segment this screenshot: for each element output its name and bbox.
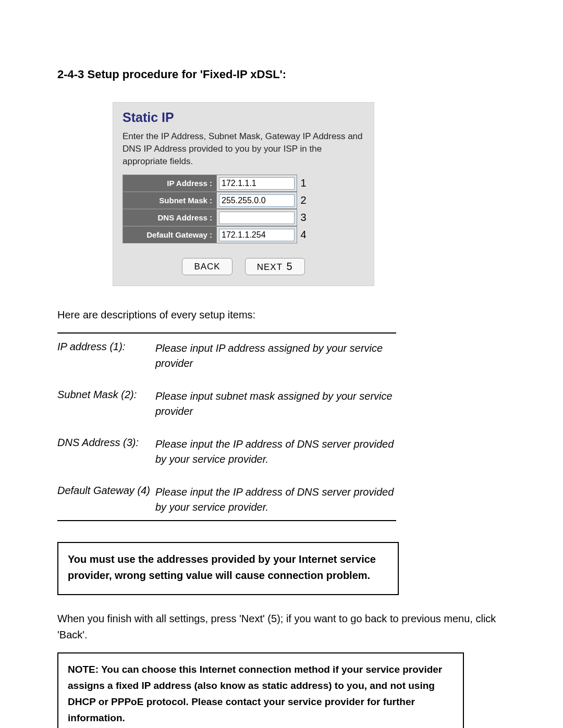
- warning-box: You must use the addresses provided by y…: [57, 542, 399, 595]
- desc-def-gateway: Please input the IP address of DNS serve…: [155, 485, 396, 515]
- description-row: DNS Address (3): Please input the IP add…: [57, 429, 396, 477]
- desc-term-ip: IP address (1):: [57, 341, 155, 371]
- input-ip-address[interactable]: [219, 177, 295, 190]
- callout-4: 4: [297, 226, 310, 243]
- next-button-label: NEXT: [257, 262, 283, 272]
- input-subnet-mask[interactable]: [219, 194, 295, 207]
- desc-def-subnet: Please input subnet mask assigned by you…: [155, 389, 396, 419]
- row-default-gateway: Default Gateway : 4: [123, 226, 364, 243]
- cell-dns-address: [216, 209, 297, 226]
- callout-1: 1: [297, 175, 310, 192]
- description-row: Subnet Mask (2): Please input subnet mas…: [57, 381, 396, 429]
- panel-description: Enter the IP Address, Subnet Mask, Gatew…: [113, 128, 374, 175]
- description-row: IP address (1): Please input IP address …: [57, 334, 396, 381]
- desc-def-dns: Please input the IP address of DNS serve…: [155, 437, 396, 467]
- body-paragraph: When you finish with all settings, press…: [57, 611, 506, 643]
- description-table: IP address (1): Please input IP address …: [57, 332, 396, 521]
- desc-term-subnet: Subnet Mask (2):: [57, 389, 155, 419]
- cell-subnet-mask: [216, 192, 297, 209]
- form-table: IP Address : 1 Subnet Mask : 2 DNS Addre…: [113, 175, 374, 249]
- next-button[interactable]: NEXT 5: [245, 258, 305, 275]
- label-ip-address: IP Address :: [123, 175, 216, 192]
- row-ip-address: IP Address : 1: [123, 175, 364, 192]
- note-box: NOTE: You can choose this Internet conne…: [57, 652, 464, 728]
- intro-text: Here are descriptions of every setup ite…: [57, 307, 506, 323]
- cell-ip-address: [216, 175, 297, 192]
- callout-2: 2: [297, 192, 310, 209]
- input-dns-address[interactable]: [219, 212, 295, 224]
- back-button[interactable]: BACK: [182, 258, 232, 275]
- row-dns-address: DNS Address : 3: [123, 209, 364, 226]
- button-row: BACK NEXT 5: [113, 249, 374, 286]
- label-default-gateway: Default Gateway :: [123, 226, 216, 243]
- desc-term-dns: DNS Address (3):: [57, 437, 155, 467]
- input-default-gateway[interactable]: [219, 229, 295, 241]
- callout-5: 5: [286, 261, 292, 272]
- callout-3: 3: [297, 209, 310, 226]
- cell-default-gateway: [216, 226, 297, 243]
- label-dns-address: DNS Address :: [123, 209, 216, 226]
- section-heading: 2-4-3 Setup procedure for 'Fixed-IP xDSL…: [57, 68, 506, 81]
- router-panel: Static IP Enter the IP Address, Subnet M…: [113, 102, 374, 286]
- description-row: Default Gateway (4) Please input the IP …: [57, 477, 396, 520]
- label-subnet-mask: Subnet Mask :: [123, 192, 216, 209]
- desc-def-ip: Please input IP address assigned by your…: [155, 341, 396, 371]
- desc-term-gateway: Default Gateway (4): [57, 485, 155, 515]
- row-subnet-mask: Subnet Mask : 2: [123, 192, 364, 209]
- panel-title: Static IP: [113, 103, 374, 128]
